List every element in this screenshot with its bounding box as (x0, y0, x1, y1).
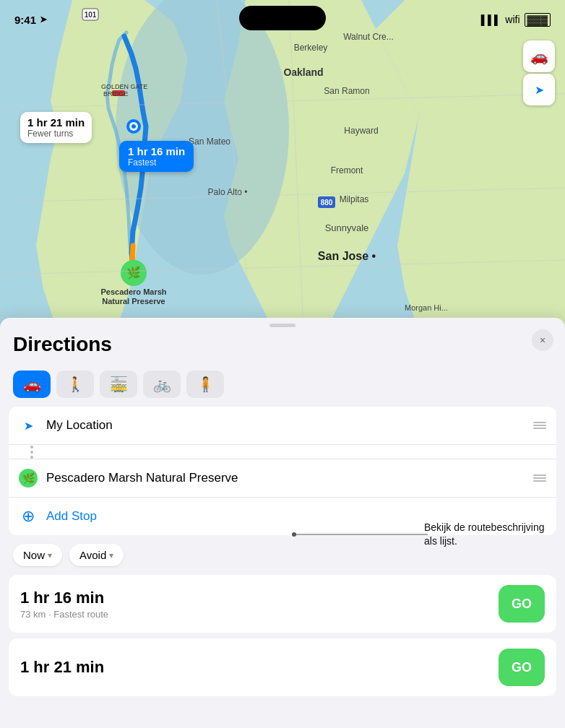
svg-text:GOLDEN GATE: GOLDEN GATE (101, 83, 147, 90)
avoid-chevron-icon: ▾ (109, 550, 113, 560)
route-label-main[interactable]: 1 hr 16 min Fastest (119, 141, 194, 172)
svg-text:Natural Preserve: Natural Preserve (102, 297, 165, 306)
map-controls: 🚗 ➤ (523, 40, 555, 105)
route-card-2[interactable]: 1 hr 21 min GO (9, 638, 556, 696)
svg-point-35 (292, 532, 296, 537)
stroll-mode-tab[interactable]: 🧍 (186, 370, 224, 398)
avoid-filter[interactable]: Avoid ▾ (69, 544, 124, 566)
status-icons: ▌▌▌ wifi ▓▓▓ (481, 13, 551, 27)
avoid-filter-label: Avoid (79, 549, 106, 561)
destination-waypoint[interactable]: 🌿 Pescadero Marsh Natural Preserve (9, 459, 556, 498)
route-duration-1: 1 hr 16 min (20, 589, 108, 607)
now-filter[interactable]: Now ▾ (13, 544, 62, 566)
go-button-1[interactable]: GO (499, 585, 545, 623)
svg-text:Sunnyvale: Sunnyvale (325, 222, 369, 233)
wifi-icon: wifi (505, 14, 519, 25)
drive-mode-tab[interactable]: 🚗 (13, 370, 51, 398)
sheet-header: Directions × (0, 327, 565, 363)
alt-route-desc: Fewer turns (27, 129, 85, 139)
svg-text:BRIDGE: BRIDGE (103, 90, 129, 98)
cycle-mode-tab[interactable]: 🚲 (143, 370, 181, 398)
dynamic-island (239, 6, 326, 30)
route-info-1: 1 hr 16 min 73 km · Fastest route (20, 589, 108, 620)
svg-point-5 (131, 124, 136, 129)
phone-frame: 🌿 Richmond Berkeley Walnut Cre... Oaklan… (0, 0, 565, 728)
svg-text:Walnut Cre...: Walnut Cre... (343, 32, 394, 42)
transport-modes: 🚗 🚶 🚋 🚲 🧍 (0, 363, 565, 407)
svg-text:San Mateo: San Mateo (189, 136, 230, 147)
annotation: Bekijk de routebeschrijving als lijst. (424, 521, 558, 549)
svg-text:San Ramon: San Ramon (324, 86, 369, 96)
svg-text:Hayward: Hayward (344, 126, 378, 136)
waypoints-container: ➤ My Location 🌿 Pescadero Marsh (9, 407, 556, 535)
walk-mode-tab[interactable]: 🚶 (56, 370, 94, 398)
battery-icon: ▓▓▓ (525, 13, 551, 27)
svg-text:Fremont: Fremont (331, 165, 363, 176)
svg-text:Milpitas: Milpitas (340, 194, 369, 204)
go-button-2[interactable]: GO (499, 649, 545, 686)
reorder-icon[interactable] (533, 422, 546, 429)
alt-route-time: 1 hr 21 min (27, 116, 85, 129)
close-button[interactable]: × (532, 329, 553, 351)
svg-text:Pescadero Marsh: Pescadero Marsh (100, 287, 166, 296)
svg-text:Oakland: Oakland (283, 66, 323, 78)
now-filter-label: Now (23, 549, 45, 561)
svg-text:880: 880 (321, 199, 333, 207)
add-stop-icon: ⊕ (19, 507, 38, 526)
svg-text:Morgan Hi...: Morgan Hi... (405, 303, 448, 312)
main-route-desc: Fastest (128, 157, 185, 168)
sheet-title: Directions (13, 327, 552, 356)
svg-text:Berkeley: Berkeley (294, 43, 328, 53)
now-chevron-icon: ▾ (48, 550, 52, 560)
time-text: 9:41 (14, 14, 36, 26)
reorder-destination-icon[interactable] (533, 474, 546, 482)
svg-text:San Jose •: San Jose • (318, 250, 376, 262)
route-card-1[interactable]: 1 hr 16 min 73 km · Fastest route GO (9, 575, 556, 633)
location-arrow-icon: ➤ (40, 14, 47, 25)
location-icon: ➤ (19, 416, 38, 435)
route-label-alt[interactable]: 1 hr 21 min Fewer turns (20, 112, 92, 143)
main-route-time: 1 hr 16 min (128, 145, 185, 157)
signal-icon: ▌▌▌ (481, 14, 501, 25)
location-button[interactable]: ➤ (523, 74, 555, 105)
map-area[interactable]: 🌿 Richmond Berkeley Walnut Cre... Oaklan… (0, 0, 565, 332)
origin-label: My Location (46, 418, 533, 433)
destination-label: Pescadero Marsh Natural Preserve (46, 471, 533, 485)
annotation-line (287, 520, 431, 549)
annotation-text: Bekijk de routebeschrijving als lijst. (424, 521, 558, 549)
destination-icon: 🌿 (19, 469, 38, 488)
transit-mode-tab[interactable]: 🚋 (100, 370, 137, 398)
route-details-1: 73 km · Fastest route (20, 609, 108, 620)
drive-mode-button[interactable]: 🚗 (523, 40, 555, 72)
svg-text:Palo Alto •: Palo Alto • (208, 187, 248, 197)
route-duration-2: 1 hr 21 min (20, 658, 104, 677)
status-time: 9:41 ➤ (14, 14, 47, 26)
svg-text:🌿: 🌿 (126, 266, 141, 280)
route-info-2: 1 hr 21 min (20, 658, 104, 677)
origin-waypoint[interactable]: ➤ My Location (9, 407, 556, 445)
